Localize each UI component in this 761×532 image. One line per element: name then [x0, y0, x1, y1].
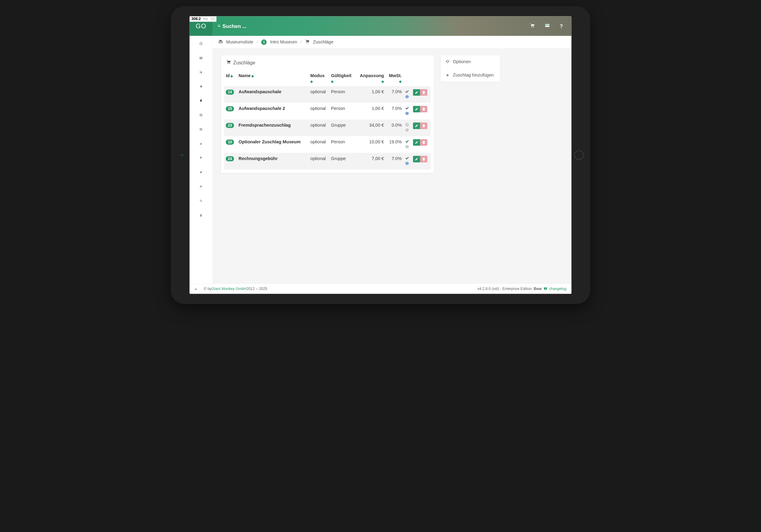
col-actions: [411, 70, 431, 86]
dashboard-icon[interactable]: [198, 41, 204, 46]
globe-icon: [405, 95, 409, 99]
app-header: GO ?: [190, 17, 572, 36]
delete-button[interactable]: [420, 156, 427, 162]
check-icon: [405, 157, 409, 161]
card-icon[interactable]: [545, 23, 550, 29]
calendar-icon[interactable]: [198, 127, 204, 132]
row-modus: optional: [309, 120, 329, 136]
app-body: Museumsliste / 1 Intro Museum / Zuschläg…: [190, 36, 572, 284]
col-name[interactable]: Name◆: [237, 70, 309, 86]
add-surcharge-button[interactable]: ＋ Zuschlag hinzufügen: [441, 68, 500, 82]
ban-icon: [405, 123, 409, 128]
globe-icon: [405, 129, 409, 133]
gear-icon: [445, 59, 450, 64]
search-input[interactable]: [222, 23, 291, 29]
row-id: 14: [226, 89, 234, 95]
row-name[interactable]: Rechnungsgebühr: [237, 153, 309, 170]
perf-mult: ×2: [210, 17, 214, 21]
row-mwst: 7.0%: [386, 86, 403, 103]
bookmark-icon[interactable]: [198, 98, 204, 104]
svg-point-16: [229, 63, 230, 64]
col-gueltigkeit[interactable]: Gültigkeit◆: [329, 70, 356, 86]
signpost-icon[interactable]: [198, 155, 204, 161]
panel-body: Id◆ Name◆ Modus◆ Gültigkeit◆ Anpassung◆ …: [221, 70, 434, 173]
header-actions: ?: [530, 23, 571, 29]
svg-point-1: [533, 27, 534, 27]
row-name[interactable]: Aufwandspauschale: [237, 86, 309, 103]
row-id: 10: [226, 140, 234, 145]
col-id[interactable]: Id◆: [224, 70, 237, 86]
user-icon[interactable]: [198, 212, 204, 218]
cart-icon: [305, 39, 310, 45]
perf-unit: ms: [203, 17, 208, 21]
shop-icon[interactable]: [198, 84, 204, 89]
svg-point-11: [201, 201, 202, 202]
expand-sidebar-icon[interactable]: »: [195, 286, 197, 291]
svg-point-8: [200, 115, 201, 115]
row-anpassung: 10,00 €: [356, 136, 386, 153]
row-name[interactable]: Optionaler Zuschlag Museum: [237, 136, 309, 153]
contact-icon[interactable]: [198, 112, 204, 118]
cart-icon[interactable]: [530, 23, 535, 29]
row-gueltigkeit: Person: [329, 103, 356, 120]
edit-button[interactable]: [413, 89, 420, 96]
row-anpassung: 34,00 €: [356, 120, 386, 136]
edition-name: Bear: [534, 287, 542, 291]
row-gueltigkeit: Person: [329, 136, 356, 153]
table-row: 24RechnungsgebühroptionalGruppe7,00 €7.0…: [224, 153, 431, 170]
breadcrumb-sep: /: [257, 39, 258, 45]
surcharges-table: Id◆ Name◆ Modus◆ Gültigkeit◆ Anpassung◆ …: [224, 70, 431, 170]
inbox-icon[interactable]: [198, 55, 204, 61]
col-modus[interactable]: Modus◆: [309, 70, 329, 86]
svg-point-10: [200, 200, 201, 201]
perf-time: 308.2: [192, 17, 201, 21]
gift-icon: [544, 286, 547, 291]
delete-button[interactable]: [420, 139, 427, 145]
svg-rect-3: [545, 25, 550, 26]
breadcrumb: Museumsliste / 1 Intro Museum / Zuschläg…: [212, 36, 571, 48]
row-id: 24: [226, 156, 234, 161]
table-row: 15Aufwandspauschale 2optionalPerson1,00 …: [224, 103, 431, 120]
row-name[interactable]: Fremdsprachenzuschlag: [237, 120, 309, 136]
copyright-pre: © by: [204, 287, 211, 291]
edit-button[interactable]: [413, 123, 420, 129]
copyright-post: 2012 – 2025: [247, 287, 267, 291]
breadcrumb-museumsliste[interactable]: Museumsliste: [226, 39, 253, 45]
search-nav-icon[interactable]: [198, 70, 204, 75]
globe-icon: [405, 145, 409, 149]
edit-button[interactable]: [413, 139, 420, 145]
col-anpassung[interactable]: Anpassung◆: [356, 70, 386, 86]
breadcrumb-museum[interactable]: Intro Museum: [270, 39, 297, 45]
row-name[interactable]: Aufwandspauschale 2: [237, 103, 309, 120]
gavel-icon[interactable]: [198, 170, 204, 175]
svg-point-5: [200, 87, 201, 88]
stats-icon[interactable]: [198, 141, 204, 146]
edit-button[interactable]: [413, 156, 420, 162]
options-panel: Optionen ＋ Zuschlag hinzufügen: [441, 55, 500, 82]
delete-button[interactable]: [420, 89, 427, 96]
tablet-frame: 308.2 ms ×2 GO ?: [171, 6, 590, 304]
gears-icon[interactable]: [198, 198, 204, 203]
plus-icon: ＋: [445, 72, 450, 78]
performance-badge: 308.2 ms ×2: [190, 17, 216, 22]
row-status: [403, 153, 411, 170]
delete-button[interactable]: [420, 123, 427, 129]
svg-point-13: [306, 42, 307, 43]
tablet-home-button[interactable]: [574, 150, 584, 160]
main-area: Museumsliste / 1 Intro Museum / Zuschläg…: [212, 36, 571, 284]
footer-right: v4.2.8.0 (sid) - Enterprise Edition Bear…: [478, 286, 566, 291]
row-mwst: 0.0%: [386, 120, 403, 136]
help-icon[interactable]: ?: [560, 23, 563, 29]
panel-title: Zuschläge: [233, 60, 255, 65]
museum-icon: [218, 39, 223, 45]
company-link[interactable]: Giant Monkey GmbH: [211, 287, 247, 291]
row-gueltigkeit: Gruppe: [329, 120, 356, 136]
check-icon: [405, 140, 409, 144]
wrench-icon[interactable]: [198, 184, 204, 189]
delete-button[interactable]: [420, 106, 427, 112]
breadcrumb-current: Zuschläge: [313, 39, 333, 45]
col-mwst[interactable]: MwSt.◆: [386, 70, 403, 86]
edit-button[interactable]: [413, 106, 420, 112]
svg-point-15: [227, 63, 228, 64]
changelog-link[interactable]: changelog: [549, 287, 566, 291]
